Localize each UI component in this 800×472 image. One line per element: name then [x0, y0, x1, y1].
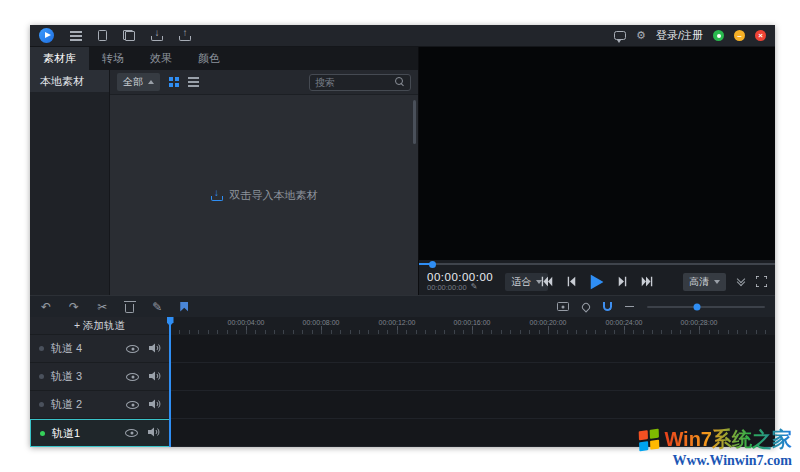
timeline-toolbar: ↶ ↷ ✂ ✎ [30, 295, 775, 317]
edit-time-icon[interactable]: ✎ [471, 283, 478, 292]
previous-clip-button[interactable] [542, 277, 553, 287]
search-input[interactable] [315, 77, 395, 88]
toggle-visibility-eye-icon[interactable] [126, 401, 139, 409]
titlebar: ↓ ↑ ⚙ 登录/注册 – × [30, 25, 775, 47]
import-file-icon[interactable]: ↓ [151, 29, 163, 42]
toggle-mute-speaker-icon[interactable] [149, 343, 161, 355]
caret-up-icon [148, 80, 154, 84]
media-scrollbar[interactable] [413, 100, 416, 144]
current-time: 00:00:00:00 [427, 271, 493, 284]
ruler-label: 00:00:04:00 [228, 319, 265, 326]
project-library-icon[interactable] [123, 30, 135, 41]
preview-panel: 00:00:00:00 00:00:00:00 ✎ 适合 [418, 47, 775, 295]
timeline-lane[interactable] [170, 335, 775, 363]
redo-icon[interactable]: ↷ [69, 301, 79, 313]
search-box [309, 74, 411, 91]
caret-down-icon [714, 280, 720, 284]
magnet-snap-icon[interactable] [603, 302, 612, 311]
search-icon[interactable] [395, 77, 405, 87]
track-header-4[interactable]: 轨道 4 [30, 335, 170, 363]
tab-colors[interactable]: 颜色 [185, 47, 233, 70]
ruler-label: 00:00:28:00 [681, 319, 718, 326]
login-register-link[interactable]: 登录/注册 [656, 28, 703, 43]
import-hint[interactable]: ↓ 双击导入本地素材 [211, 188, 318, 203]
next-clip-button[interactable] [642, 277, 653, 287]
quality-dropdown[interactable]: 高清 [683, 273, 726, 291]
app-logo-icon [39, 28, 54, 43]
record-dot-icon [39, 374, 44, 379]
playhead[interactable] [169, 317, 171, 447]
delete-trash-icon[interactable] [125, 304, 134, 313]
media-sidebar: 本地素材 [30, 70, 110, 295]
collapse-chevrons-icon[interactable] [738, 279, 744, 285]
tab-media-library[interactable]: 素材库 [30, 47, 89, 70]
fullscreen-icon[interactable] [756, 276, 767, 287]
tab-transitions[interactable]: 转场 [89, 47, 137, 70]
filter-dropdown[interactable]: 全部 [117, 73, 160, 91]
timeline-lane[interactable] [170, 363, 775, 391]
record-dot-icon [39, 402, 44, 407]
toggle-visibility-eye-icon[interactable] [126, 345, 139, 353]
ruler-label: 00:00:20:00 [530, 319, 567, 326]
ruler-label: 00:00:24:00 [606, 319, 643, 326]
track-header-2[interactable]: 轨道 2 [30, 391, 170, 419]
timeline-lane[interactable] [170, 391, 775, 419]
watermark-url: Www.Winwin7.com [639, 453, 792, 469]
step-back-button[interactable] [568, 277, 576, 287]
minimize-button[interactable]: – [734, 30, 745, 41]
toggle-mute-speaker-icon[interactable] [149, 399, 161, 411]
track-header-3[interactable]: 轨道 3 [30, 363, 170, 391]
import-icon: ↓ [211, 189, 223, 202]
timecode-display: 00:00:00:00 00:00:00:00 ✎ [427, 271, 493, 292]
panel-tabs: 素材库 转场 效果 颜色 [30, 47, 418, 70]
new-project-icon[interactable] [98, 30, 107, 41]
preview-stage [419, 47, 775, 260]
track-label: 轨道 3 [51, 369, 82, 384]
track-label: 轨道 4 [51, 341, 82, 356]
zoom-slider[interactable] [647, 306, 765, 308]
toggle-mute-speaker-icon[interactable] [148, 427, 160, 439]
tab-effects[interactable]: 效果 [137, 47, 185, 70]
split-scissors-icon[interactable]: ✂ [97, 301, 107, 313]
menu-icon[interactable] [70, 31, 82, 41]
timeline-ruler[interactable]: 00:00:04:00 00:00:08:00 00:00:12:00 00:0… [170, 317, 775, 335]
track-header-1[interactable]: 轨道1 [30, 419, 170, 447]
marker-pin-icon[interactable] [580, 301, 591, 312]
toggle-visibility-eye-icon[interactable] [125, 429, 138, 437]
track-label: 轨道1 [52, 426, 80, 441]
filter-label: 全部 [123, 75, 143, 89]
arrow-down-icon: ↓ [214, 187, 219, 198]
track-headers: 轨道 4 轨道 3 轨道 2 轨道1 [30, 335, 170, 447]
list-view-icon[interactable] [188, 77, 199, 87]
toggle-visibility-eye-icon[interactable] [126, 373, 139, 381]
record-dot-icon [39, 346, 44, 351]
record-dot-icon [40, 431, 45, 436]
fit-label: 适合 [511, 275, 531, 289]
export-file-icon[interactable]: ↑ [179, 29, 191, 42]
zoom-out-icon[interactable] [625, 306, 634, 308]
preview-progress-bar[interactable] [419, 260, 775, 268]
grid-view-icon[interactable] [169, 77, 179, 87]
close-button[interactable]: × [755, 30, 766, 41]
snapshot-icon[interactable] [557, 302, 569, 311]
quality-label: 高清 [689, 275, 709, 289]
sidebar-item-local-media[interactable]: 本地素材 [30, 70, 109, 92]
edit-pencil-icon[interactable]: ✎ [152, 301, 162, 313]
playback-controls: 00:00:00:00 00:00:00:00 ✎ 适合 [419, 268, 775, 295]
settings-gear-icon[interactable]: ⚙ [636, 30, 646, 41]
zoom-slider-handle[interactable] [693, 303, 700, 310]
transport-controls [542, 274, 653, 289]
add-marker-icon[interactable] [180, 302, 188, 312]
support-button[interactable] [713, 30, 724, 41]
feedback-chat-icon[interactable] [614, 31, 626, 40]
step-forward-button[interactable] [619, 277, 627, 287]
ruler-label: 00:00:08:00 [303, 319, 340, 326]
media-content: ↓ 双击导入本地素材 [110, 95, 418, 295]
play-button[interactable] [591, 274, 604, 289]
undo-icon[interactable]: ↶ [41, 301, 51, 313]
app-window: ↓ ↑ ⚙ 登录/注册 – × 素材库 转场 效果 颜色 本地素材 全部 [30, 25, 775, 447]
toggle-mute-speaker-icon[interactable] [149, 371, 161, 383]
watermark-title: Win7系统之家 [664, 426, 792, 453]
progress-handle[interactable] [429, 261, 436, 268]
add-track-button[interactable]: + 添加轨道 [30, 317, 170, 335]
